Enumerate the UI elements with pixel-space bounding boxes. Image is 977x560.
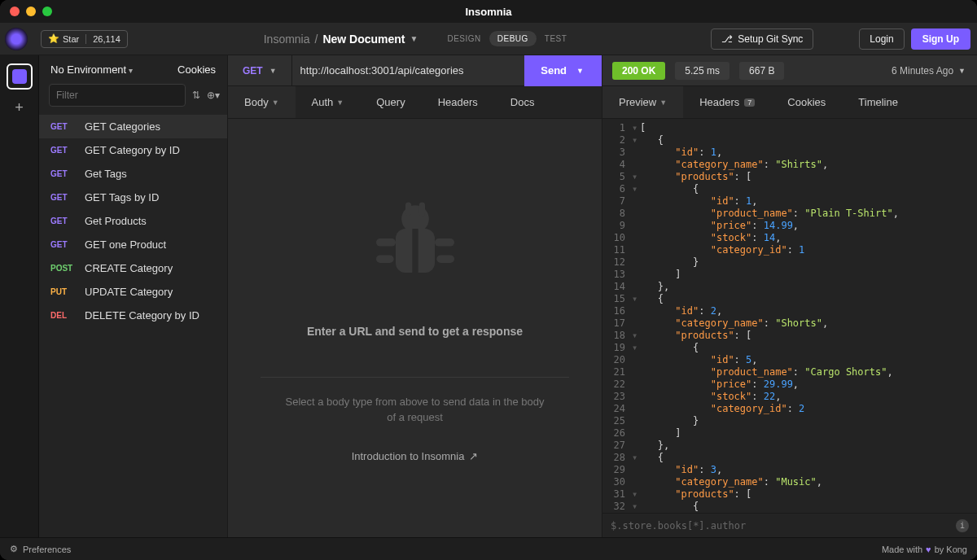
sidebar: No Environment Cookies ⇅ ⊕▾ GETGET Categ… [39,55,228,537]
code-line: 24 "category_id": 2 [602,403,977,415]
code-line: 9 "price": 14.99, [602,220,977,232]
request-item[interactable]: POSTCREATE Category [39,256,227,280]
tab-headers[interactable]: Headers [422,86,494,118]
tab-resp-headers[interactable]: Headers7 [683,86,771,118]
code-line: 17 "category_name": "Shorts", [602,317,977,330]
add-request-button[interactable]: ⊕▾ [207,90,220,101]
star-icon: ⭐ [48,33,59,44]
left-rail: + [0,55,39,537]
signup-button[interactable]: Sign Up [911,28,970,50]
heart-icon: ♥ [926,545,931,554]
code-line: 21 "product_name": "Cargo Shorts", [602,366,977,378]
tab-resp-cookies[interactable]: Cookies [771,86,842,118]
status-badge[interactable]: 200 OK [612,62,665,80]
code-line: 8 "product_name": "Plain T-Shirt", [602,208,977,220]
footer-credit: Made with ♥ by Kong [882,545,967,554]
breadcrumb-current[interactable]: New Document [322,33,405,46]
method-tag: GET [50,169,77,178]
code-line: 32▾ { [602,501,977,513]
request-label: DELETE Category by ID [85,309,199,322]
request-label: CREATE Category [85,262,173,274]
minimize-icon[interactable] [26,7,36,16]
login-button[interactable]: Login [859,28,904,50]
tab-body[interactable]: Body▼ [228,86,296,118]
chevron-down-icon: ▼ [269,67,277,75]
request-item[interactable]: GETGET Tags by ID [39,186,227,209]
gear-icon[interactable]: ⚙ [10,544,18,554]
center: GET ▼ http://localhost:3001/api/categori… [228,55,977,537]
request-item[interactable]: PUTUPDATE Category [39,280,227,304]
git-sync-button[interactable]: ⎇ Setup Git Sync [711,28,813,50]
preferences-link[interactable]: Preferences [23,545,71,554]
method-tag: PUT [50,287,77,296]
request-item[interactable]: DELDELETE Category by ID [39,304,227,327]
home-icon [12,69,27,84]
tab-docs[interactable]: Docs [494,86,551,118]
time-badge[interactable]: 5.25 ms [675,62,729,80]
code-line: 1▾[ [602,122,977,134]
method-tag: POST [50,264,77,273]
headers-count-badge: 7 [744,98,755,107]
filter-input[interactable] [49,84,186,107]
cookies-button[interactable]: Cookies [177,63,216,76]
tab-auth[interactable]: Auth▼ [296,86,361,118]
tab-query[interactable]: Query [360,86,421,118]
request-label: Get Products [85,215,147,227]
send-button[interactable]: Send ▼ [524,55,602,86]
breadcrumb: Insomnia / New Document ▼ [264,33,418,46]
request-pane: GET ▼ http://localhost:3001/api/categori… [228,55,602,537]
home-button[interactable] [7,63,33,90]
request-label: GET one Product [85,238,166,251]
code-line: 30 "category_name": "Music", [602,476,977,488]
url-input[interactable]: http://localhost:3001/api/categories [292,64,525,77]
tab-preview[interactable]: Preview▼ [602,86,683,118]
jsonpath-bar: $.store.books[*].author i [602,513,977,537]
jsonpath-input[interactable]: $.store.books[*].author [611,520,746,532]
mode-debug[interactable]: DEBUG [489,31,537,46]
empty-heading: Enter a URL and send to get a response [307,325,523,338]
request-list: GETGET CategoriesGETGET Category by IDGE… [39,115,227,537]
response-age: 6 Minutes Ago [892,65,953,77]
code-line: 5▾ "products": [ [602,171,977,183]
intro-link[interactable]: Introduction to Insomnia ↗ [352,450,479,462]
method-tag: GET [50,193,77,202]
github-star-button[interactable]: ⭐Star 26,114 [41,30,128,48]
close-icon[interactable] [10,7,20,16]
code-line: 22 "price": 29.99, [602,378,977,391]
svg-rect-4 [435,238,454,247]
method-dropdown[interactable]: GET ▼ [228,55,292,85]
response-body[interactable]: 1▾[2▾ {3 "id": 1,4 "category_name": "Shi… [602,119,977,513]
footer: ⚙ Preferences Made with ♥ by Kong [0,537,977,560]
request-item[interactable]: GETGET Categories [39,115,227,138]
chevron-down-icon[interactable]: ▼ [576,67,584,75]
status-row: 200 OK 5.25 ms 667 B 6 Minutes Ago ▼ [602,55,977,86]
request-label: GET Category by ID [85,144,180,156]
star-count: 26,114 [85,34,127,44]
request-item[interactable]: GETGet Products [39,209,227,233]
history-dropdown[interactable]: 6 Minutes Ago ▼ [892,65,977,77]
tab-timeline[interactable]: Timeline [842,86,914,118]
sort-icon[interactable]: ⇅ [192,90,200,101]
request-label: Get Tags [85,168,127,180]
code-line: 16 "id": 2, [602,305,977,317]
code-line: 13 ] [602,269,977,281]
code-line: 19▾ { [602,342,977,354]
code-line: 29 "id": 3, [602,464,977,476]
breadcrumb-root[interactable]: Insomnia [264,33,310,46]
add-workspace-button[interactable]: + [15,99,24,116]
mode-test[interactable]: TEST [537,31,576,46]
request-item[interactable]: GETGET Category by ID [39,138,227,162]
code-line: 31▾ "products": [ [602,488,977,501]
request-item[interactable]: GETGet Tags [39,162,227,186]
environment-dropdown[interactable]: No Environment [50,63,133,76]
app-logo-icon[interactable] [5,28,28,50]
star-label: Star [63,34,79,44]
mode-design[interactable]: DESIGN [439,31,488,46]
svg-rect-6 [436,255,454,263]
chevron-down-icon: ▼ [659,98,667,107]
info-icon[interactable]: i [956,519,969,532]
chevron-down-icon[interactable]: ▼ [410,34,418,43]
maximize-icon[interactable] [42,7,52,16]
request-item[interactable]: GETGET one Product [39,233,227,256]
size-badge[interactable]: 667 B [739,62,784,80]
